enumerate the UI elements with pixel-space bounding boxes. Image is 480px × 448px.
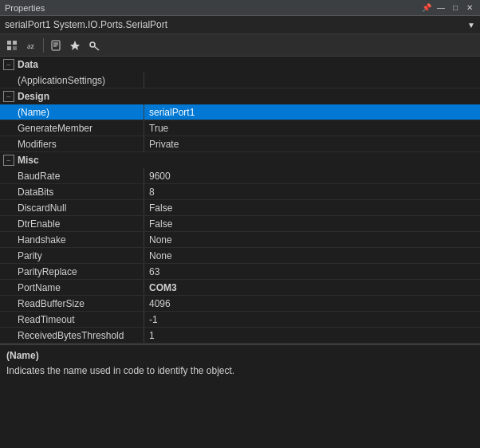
prop-row-discardnull[interactable]: DiscardNullFalse <box>0 200 480 216</box>
svg-rect-2 <box>7 46 11 50</box>
title-bar-controls: 📌 — □ ✕ <box>421 2 475 14</box>
section-expand-icon: − <box>3 59 14 70</box>
prop-row-generatemember[interactable]: GenerateMemberTrue <box>0 120 480 136</box>
prop-value-label: Private <box>144 139 480 150</box>
key-icon <box>89 40 100 51</box>
prop-value-label: 9600 <box>144 171 480 182</box>
object-header[interactable]: serialPort1 System.IO.Ports.SerialPort ▼ <box>0 16 480 34</box>
prop-name-label: BaudRate <box>0 171 144 182</box>
prop-row-portname[interactable]: PortNameCOM3 <box>0 280 480 296</box>
key-button[interactable] <box>85 37 103 54</box>
pin-button[interactable]: 📌 <box>421 2 432 14</box>
prop-value-label: True <box>144 123 480 134</box>
properties-window: Properties 📌 — □ ✕ serialPort1 System.IO… <box>0 0 480 398</box>
section-expand-icon: − <box>3 91 14 102</box>
toolbar-separator-1 <box>43 38 44 53</box>
section-label: Design <box>18 91 49 102</box>
svg-line-11 <box>95 46 100 50</box>
prop-name-label: ReceivedBytesThreshold <box>0 330 144 341</box>
section-header-data[interactable]: −Data <box>0 57 480 73</box>
prop-name-label: (ApplicationSettings) <box>0 75 144 86</box>
prop-value-label: False <box>144 218 480 230</box>
prop-value-label: COM3 <box>144 282 480 293</box>
description-title: (Name) <box>6 350 474 361</box>
section-header-design[interactable]: −Design <box>0 88 480 104</box>
events-button[interactable] <box>66 37 84 54</box>
svg-text:az: az <box>27 41 34 50</box>
prop-row-baudrate[interactable]: BaudRate9600 <box>0 168 480 184</box>
description-area: (Name) Indicates the name used in code t… <box>0 344 480 398</box>
prop-divider <box>144 73 144 88</box>
section-expand-icon: − <box>3 155 14 166</box>
title-bar-text: Properties <box>5 3 45 13</box>
prop-value-label: 4096 <box>144 298 480 309</box>
prop-name-label: DtrEnable <box>0 218 144 230</box>
object-name: serialPort1 System.IO.Ports.SerialPort <box>5 19 167 30</box>
svg-rect-3 <box>13 46 17 50</box>
categorized-button[interactable] <box>3 37 21 54</box>
prop-value-label: -1 <box>144 314 480 325</box>
svg-rect-1 <box>13 41 17 45</box>
prop-value-label: 63 <box>144 266 480 277</box>
categorized-icon <box>6 40 18 51</box>
toolbar: az <box>0 34 480 57</box>
prop-row-parityreplace[interactable]: ParityReplace63 <box>0 264 480 280</box>
prop-value-label: serialPort1 <box>144 107 480 118</box>
prop-row-databits[interactable]: DataBits8 <box>0 184 480 200</box>
prop-name-label: Handshake <box>0 234 144 246</box>
prop-value-label: None <box>144 250 480 261</box>
maximize-button[interactable]: □ <box>450 2 461 14</box>
prop-row-handshake[interactable]: HandshakeNone <box>0 232 480 248</box>
prop-name-label: Parity <box>0 250 144 261</box>
prop-name-label: DataBits <box>0 187 144 198</box>
prop-value-label: None <box>144 234 480 246</box>
section-header-misc[interactable]: −Misc <box>0 152 480 168</box>
svg-marker-9 <box>70 41 80 50</box>
svg-rect-5 <box>52 41 60 50</box>
alphabetical-icon: az <box>26 40 37 51</box>
prop-name-label: GenerateMember <box>0 123 144 134</box>
prop-row-parity[interactable]: ParityNone <box>0 248 480 264</box>
prop-name-label: ReadBufferSize <box>0 298 144 309</box>
svg-point-10 <box>90 42 95 47</box>
minimize-button[interactable]: — <box>435 2 447 14</box>
properties-grid[interactable]: −Data(ApplicationSettings)−Design(Name)s… <box>0 57 480 344</box>
prop-name-label: ParityReplace <box>0 266 144 277</box>
prop-row-readtimeout[interactable]: ReadTimeout-1 <box>0 312 480 328</box>
prop-row-receivedbytesthreshold[interactable]: ReceivedBytesThreshold1 <box>0 328 480 344</box>
events-icon <box>69 40 81 51</box>
prop-row--name-[interactable]: (Name)serialPort1 <box>0 104 480 120</box>
section-label: Data <box>18 59 38 70</box>
prop-row-readbuffersize[interactable]: ReadBufferSize4096 <box>0 296 480 312</box>
prop-name-label: (Name) <box>0 107 144 118</box>
property-pages-icon <box>50 40 61 51</box>
prop-name-label: ReadTimeout <box>0 314 144 325</box>
prop-name-label: Modifiers <box>0 139 144 150</box>
prop-row-dtrenable[interactable]: DtrEnableFalse <box>0 216 480 232</box>
property-pages-btn[interactable] <box>47 37 65 54</box>
alphabetical-button[interactable]: az <box>22 37 40 54</box>
prop-value-label: 1 <box>144 330 480 341</box>
prop-name-label: PortName <box>0 282 144 293</box>
description-text: Indicates the name used in code to ident… <box>6 364 474 378</box>
dropdown-arrow-icon: ▼ <box>467 21 475 29</box>
prop-row--applicationsettings-[interactable]: (ApplicationSettings) <box>0 73 480 88</box>
prop-row-modifiers[interactable]: ModifiersPrivate <box>0 136 480 152</box>
close-button[interactable]: ✕ <box>464 2 475 14</box>
prop-name-label: DiscardNull <box>0 202 144 214</box>
prop-value-label: 8 <box>144 187 480 198</box>
section-label: Misc <box>18 155 39 166</box>
prop-value-label: False <box>144 202 480 214</box>
title-bar: Properties 📌 — □ ✕ <box>0 0 480 16</box>
svg-rect-0 <box>7 41 11 45</box>
